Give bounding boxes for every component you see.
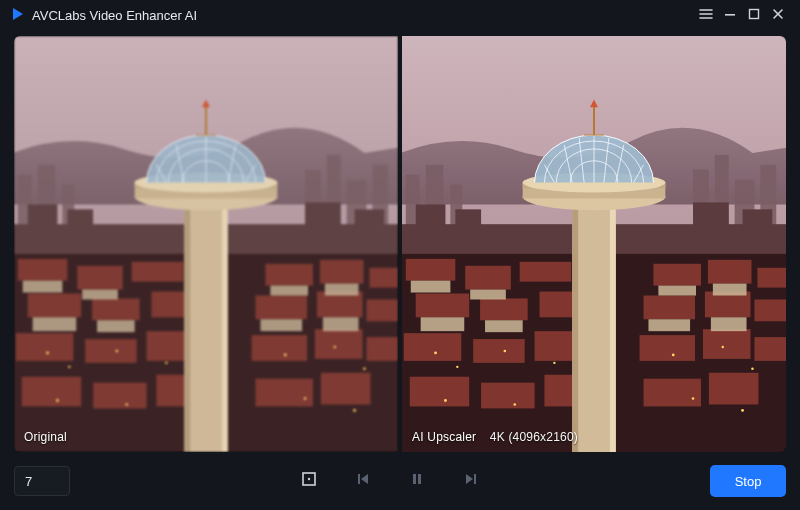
app-logo: AVCLabs Video Enhancer AI [10, 6, 197, 25]
prev-frame-button[interactable] [349, 467, 377, 495]
next-frame-button[interactable] [457, 467, 485, 495]
svg-rect-117 [485, 320, 523, 332]
svg-rect-118 [648, 319, 690, 331]
svg-rect-23 [28, 294, 81, 318]
svg-point-122 [504, 350, 507, 353]
svg-rect-84 [416, 204, 446, 244]
svg-rect-33 [315, 329, 363, 359]
maximize-button[interactable] [742, 3, 766, 27]
svg-rect-96 [480, 298, 528, 320]
svg-rect-91 [520, 262, 572, 282]
maximize-icon [748, 8, 760, 23]
svg-rect-155 [474, 474, 476, 484]
title-bar: AVCLabs Video Enhancer AI [0, 0, 800, 30]
skip-forward-icon [463, 471, 479, 491]
hamburger-icon [699, 7, 713, 24]
svg-rect-30 [85, 339, 137, 363]
frame-input[interactable] [14, 466, 70, 496]
svg-rect-100 [754, 299, 786, 321]
svg-point-124 [672, 354, 675, 357]
svg-rect-110 [644, 379, 701, 407]
svg-rect-150 [358, 474, 360, 484]
svg-point-55 [56, 399, 59, 402]
svg-rect-114 [658, 286, 696, 296]
svg-rect-152 [413, 474, 416, 484]
svg-rect-113 [470, 290, 506, 300]
svg-rect-106 [754, 337, 786, 361]
svg-marker-151 [361, 474, 368, 484]
svg-rect-116 [421, 317, 465, 331]
pause-button[interactable] [403, 467, 431, 495]
app-window: AVCLabs Video Enhancer AI [0, 0, 800, 510]
crop-icon [300, 470, 318, 492]
svg-point-123 [553, 362, 555, 364]
svg-rect-115 [713, 284, 747, 296]
svg-point-53 [334, 346, 336, 348]
preview-area: Original [0, 30, 800, 452]
close-icon [772, 8, 784, 23]
svg-point-58 [353, 409, 356, 412]
svg-rect-87 [743, 209, 773, 247]
svg-rect-62 [222, 194, 228, 452]
svg-rect-38 [256, 379, 313, 407]
close-button[interactable] [766, 3, 790, 27]
svg-rect-13 [67, 209, 93, 244]
bottom-bar: Stop [0, 452, 800, 510]
svg-rect-41 [82, 290, 118, 300]
svg-point-48 [46, 352, 49, 355]
svg-rect-119 [711, 317, 747, 331]
svg-rect-98 [644, 296, 696, 320]
stop-button[interactable]: Stop [710, 465, 786, 497]
upscaled-pane: AI Upscaler 4K (4096x2160) [402, 36, 786, 452]
transport-controls [80, 467, 700, 495]
svg-rect-131 [572, 194, 616, 452]
svg-marker-0 [13, 8, 23, 20]
svg-rect-90 [465, 266, 511, 290]
minimize-icon [724, 8, 736, 23]
play-icon [10, 6, 26, 25]
svg-rect-28 [366, 299, 398, 321]
svg-point-121 [456, 366, 458, 368]
menu-button[interactable] [694, 3, 718, 27]
minimize-button[interactable] [718, 3, 742, 27]
svg-point-54 [363, 368, 366, 371]
svg-marker-154 [466, 474, 473, 484]
crop-button[interactable] [295, 467, 323, 495]
svg-rect-102 [473, 339, 525, 363]
svg-point-57 [304, 397, 307, 400]
svg-point-49 [68, 366, 70, 368]
svg-rect-111 [709, 373, 759, 405]
svg-rect-32 [252, 335, 307, 361]
svg-rect-34 [366, 337, 398, 361]
svg-rect-44 [33, 317, 77, 331]
svg-rect-15 [355, 209, 385, 247]
svg-rect-19 [132, 262, 184, 282]
svg-rect-26 [256, 296, 308, 320]
svg-rect-133 [610, 194, 616, 452]
svg-rect-17 [18, 259, 68, 281]
svg-point-149 [308, 478, 310, 480]
svg-rect-108 [481, 383, 534, 409]
svg-point-120 [434, 352, 437, 355]
svg-rect-21 [320, 260, 364, 284]
svg-point-126 [751, 368, 754, 371]
svg-rect-92 [653, 264, 701, 286]
svg-rect-36 [93, 383, 146, 409]
app-title: AVCLabs Video Enhancer AI [32, 8, 197, 23]
svg-rect-1 [725, 14, 735, 16]
svg-point-125 [722, 346, 724, 348]
svg-rect-35 [22, 377, 81, 407]
svg-point-127 [444, 399, 447, 402]
svg-rect-86 [693, 202, 729, 247]
skip-back-icon [355, 471, 371, 491]
svg-rect-14 [305, 202, 341, 247]
svg-rect-153 [418, 474, 421, 484]
svg-point-52 [284, 354, 287, 357]
svg-rect-132 [572, 194, 578, 452]
svg-rect-18 [77, 266, 123, 290]
svg-rect-61 [184, 194, 190, 452]
svg-rect-94 [757, 268, 786, 288]
svg-rect-105 [703, 329, 751, 359]
svg-rect-40 [23, 281, 63, 293]
svg-rect-47 [323, 317, 359, 331]
